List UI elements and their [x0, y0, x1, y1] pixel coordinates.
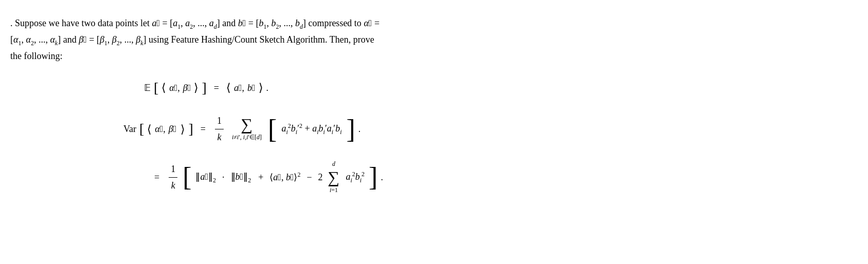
eq3-fraction: 1 k: [169, 162, 177, 193]
eq2-equals: =: [201, 122, 206, 137]
eq2-fraction: 1 k: [215, 114, 224, 145]
eq3-dot: ·: [222, 170, 225, 185]
eq2-angle2: ⟩: [180, 120, 185, 138]
equation-3: = 1 k [ ‖a⃗‖2 · ‖b⃗‖2 + ⟨a⃗, b⃗⟩2 − 2: [10, 159, 847, 195]
eq1-alpha: α⃗,: [169, 81, 180, 96]
eq1-bracket-left: [: [154, 77, 158, 100]
eq3-inner-prod: ⟨a⃗, b⃗⟩2: [269, 170, 300, 185]
eq1-angle3: ⟨: [226, 79, 231, 97]
eq2-period: .: [358, 122, 361, 137]
frac-num-3: 1: [169, 162, 177, 178]
eq2-term1: ai2bi′2 + aibi′ai′bi: [281, 121, 341, 137]
eq3-norm-b: ‖b⃗‖2: [231, 169, 251, 185]
eq1-bracket-right: ]: [202, 77, 206, 100]
eq2-alpha: α⃗,: [155, 122, 166, 137]
eq2-sum: ∑ i≠i′, i,i′∈[d]: [232, 116, 262, 142]
eq2-sq-right: ]: [346, 116, 355, 143]
equation-2: Var [ ⟨ α⃗, β⃗ ⟩ ] = 1 k ∑ i≠i′, i,i′∈[d…: [10, 114, 847, 145]
eq1-equals: =: [214, 81, 219, 96]
eq1-period: .: [266, 81, 269, 96]
eq1-a: a⃗,: [234, 81, 244, 96]
eq2-angle1: ⟨: [147, 120, 152, 138]
eq3-sum: d ∑ i=1: [328, 159, 340, 195]
sum-sub: i≠i′, i,i′∈[d]: [232, 133, 262, 142]
eq1-beta: β⃗: [183, 81, 191, 96]
eq1-content: 𝔼 [ ⟨ α⃗, β⃗ ⟩ ] = ⟨ a⃗, b⃗ ⟩ .: [144, 77, 268, 100]
math-block: 𝔼 [ ⟨ α⃗, β⃗ ⟩ ] = ⟨ a⃗, b⃗ ⟩ . Var [ ⟨ …: [10, 77, 847, 196]
intro-paragraph: . Suppose we have two data points let a⃗…: [10, 15, 847, 64]
eq2-beta: β⃗: [169, 122, 177, 137]
expectation-symbol: 𝔼: [144, 81, 151, 96]
eq3-content: = 1 k [ ‖a⃗‖2 · ‖b⃗‖2 + ⟨a⃗, b⃗⟩2 − 2: [154, 159, 383, 195]
eq3-minus: −: [306, 170, 312, 185]
eq2-sq-left: [: [268, 116, 277, 143]
eq3-equals: =: [154, 170, 159, 185]
eq3-big-sq-right: ]: [369, 164, 377, 191]
eq3-sum-sub: i=1: [330, 185, 338, 195]
eq3-term: ai2bi2: [346, 169, 365, 185]
eq1-angle1: ⟨: [161, 79, 166, 97]
equation-1: 𝔼 [ ⟨ α⃗, β⃗ ⟩ ] = ⟨ a⃗, b⃗ ⟩ .: [10, 77, 847, 100]
eq3-two: 2: [318, 170, 323, 185]
eq1-b: b⃗: [247, 81, 256, 96]
eq1-angle2: ⟩: [194, 79, 198, 97]
eq3-norm-a: ‖a⃗‖2: [195, 169, 216, 185]
eq2-bracket-left: [: [139, 118, 144, 141]
eq1-angle4: ⟩: [259, 79, 263, 97]
var-label: Var: [123, 122, 136, 137]
eq3-plus: +: [258, 170, 263, 185]
eq3-sum-symbol: ∑: [328, 169, 340, 185]
eq3-period: .: [381, 170, 383, 185]
eq2-content: Var [ ⟨ α⃗, β⃗ ⟩ ] = 1 k ∑ i≠i′, i,i′∈[d…: [123, 114, 360, 145]
eq3-big-sq-left: [: [183, 164, 191, 191]
eq2-bracket-right: ]: [188, 118, 193, 141]
frac-num: 1: [215, 114, 224, 129]
sum-symbol: ∑: [241, 116, 253, 133]
frac-den-3: k: [169, 178, 177, 193]
content-wrapper: . Suppose we have two data points let a⃗…: [10, 15, 847, 195]
frac-den: k: [215, 129, 223, 145]
